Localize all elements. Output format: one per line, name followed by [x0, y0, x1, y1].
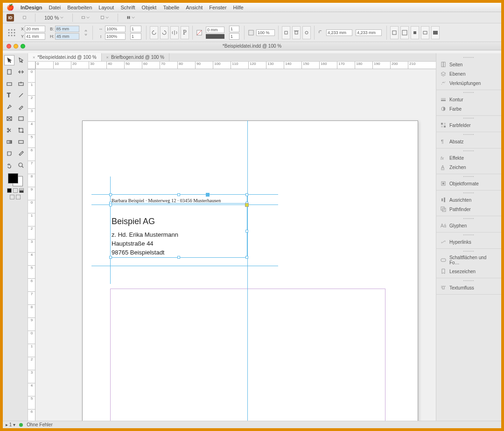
- flip-horizontal-button[interactable]: [170, 26, 179, 39]
- panel-textumfluss[interactable]: Textumfluss: [436, 283, 501, 292]
- type-tool[interactable]: T: [4, 90, 14, 100]
- tab-briefbogen[interactable]: ×Briefbogen.indd @ 100 %: [102, 53, 169, 61]
- panel-glyphen[interactable]: AáGlyphen: [436, 221, 501, 230]
- fill-frame-button[interactable]: [431, 26, 440, 39]
- rotate-ccw-button[interactable]: [150, 26, 158, 39]
- out-port-handle[interactable]: [245, 203, 249, 207]
- window-traffic-lights[interactable]: [7, 44, 25, 49]
- corner-options-icon[interactable]: [318, 29, 324, 36]
- panel-schaltfl-chen-und-fo-[interactable]: Schaltflächen und Fo…: [436, 254, 501, 267]
- panel-verkn-pfungen[interactable]: Verknüpfungen: [436, 78, 501, 88]
- panel-absatz[interactable]: ¶Absatz: [436, 137, 501, 146]
- app-name[interactable]: InDesign: [21, 5, 42, 10]
- close-tab-icon[interactable]: ×: [33, 55, 35, 60]
- selection-tool[interactable]: [4, 55, 14, 65]
- fill-stroke-swatch[interactable]: [7, 173, 24, 186]
- fill-swatch-icon[interactable]: [196, 29, 203, 36]
- menu-bearbeiten[interactable]: Bearbeiten: [67, 5, 92, 10]
- menu-tabelle[interactable]: Tabelle: [163, 5, 179, 10]
- menu-fenster[interactable]: Fenster: [209, 5, 226, 10]
- line-tool[interactable]: [16, 90, 26, 100]
- vertical-ruler[interactable]: 0123456789012345678901234567: [28, 69, 35, 421]
- fit-proportional-button[interactable]: [421, 26, 429, 39]
- ruler-origin[interactable]: [28, 62, 35, 69]
- screen-mode-dropdown[interactable]: [98, 14, 111, 21]
- text-wrap-shape-button[interactable]: [302, 26, 311, 39]
- tab-beispieldatei[interactable]: ×*Beispieldatei.indd @ 100 %: [28, 53, 102, 61]
- menu-layout[interactable]: Layout: [98, 5, 114, 10]
- direct-selection-tool[interactable]: [16, 55, 26, 65]
- page-number-field[interactable]: ▸ 1 ▾: [6, 422, 15, 427]
- panel-objektformate[interactable]: Objektformate: [436, 179, 501, 188]
- reference-point-handle[interactable]: [206, 193, 210, 197]
- close-window-icon[interactable]: [7, 44, 11, 49]
- panel-ausrichten[interactable]: Ausrichten: [436, 195, 501, 205]
- hand-tool[interactable]: [4, 160, 14, 170]
- guide-horizontal[interactable]: [91, 266, 278, 266]
- panel-lesezeichen[interactable]: Lesezeichen: [436, 267, 501, 276]
- bridge-button[interactable]: [21, 14, 28, 21]
- panel-hyperlinks[interactable]: Hyperlinks: [436, 237, 501, 247]
- panel-ebenen[interactable]: Ebenen: [436, 69, 501, 78]
- preflight-ok-icon[interactable]: [19, 423, 23, 427]
- guide-vertical[interactable]: [247, 120, 248, 421]
- view-options-dropdown[interactable]: [79, 14, 92, 21]
- menu-hilfe[interactable]: Hilfe: [233, 5, 244, 10]
- corner-radius-input[interactable]: 4,233 mm: [326, 29, 352, 36]
- canvas[interactable]: Barbara Beispiel · Musterweg 12 · 03456 …: [35, 69, 436, 421]
- width-input[interactable]: 85 mm: [55, 26, 79, 32]
- menu-schrift[interactable]: Schrift: [120, 5, 135, 10]
- rectangle-tool[interactable]: [16, 113, 26, 124]
- panel-pathfinder[interactable]: Pathfinder: [436, 205, 501, 214]
- view-mode-row[interactable]: [10, 195, 21, 199]
- apple-icon[interactable]: 🍎: [7, 4, 14, 11]
- menu-objekt[interactable]: Objekt: [142, 5, 157, 10]
- stroke-tint-input[interactable]: 1: [229, 33, 239, 40]
- zoom-window-icon[interactable]: [21, 44, 25, 49]
- panel-farbe[interactable]: Farbe: [436, 104, 501, 113]
- fit-frame-button[interactable]: [400, 26, 409, 39]
- rotate-cw-button[interactable]: [160, 26, 168, 39]
- zoom-tool[interactable]: [16, 160, 26, 170]
- stroke-opacity-input[interactable]: 1: [229, 26, 239, 32]
- y-position-input[interactable]: 41 mm: [25, 33, 45, 40]
- text-wrap-bbox-button[interactable]: [292, 26, 301, 39]
- gap-tool[interactable]: [16, 67, 26, 77]
- corner-radius-input-2[interactable]: 4,233 mm: [356, 29, 382, 36]
- note-tool[interactable]: [4, 148, 14, 159]
- paragraph-style-button[interactable]: P: [181, 26, 189, 39]
- panel-seiten[interactable]: Seiten: [436, 60, 501, 69]
- panel-farbfelder[interactable]: Farbfelder: [436, 120, 501, 130]
- menu-datei[interactable]: Datei: [49, 5, 61, 10]
- horizontal-ruler[interactable]: 0102030405060708090100110120130140150160…: [35, 62, 436, 69]
- apply-color-row[interactable]: [7, 188, 24, 193]
- stroke-style-dropdown[interactable]: [206, 34, 224, 39]
- fit-content-button[interactable]: [390, 26, 399, 39]
- scissors-tool[interactable]: [4, 125, 14, 135]
- constrain-proportions-icon[interactable]: [83, 29, 89, 36]
- close-tab-icon[interactable]: ×: [106, 55, 109, 60]
- pencil-tool[interactable]: [16, 102, 26, 112]
- panel-zeichen[interactable]: AZeichen: [436, 163, 501, 172]
- page-tool[interactable]: [4, 67, 14, 77]
- rotate-input[interactable]: 1: [130, 26, 141, 32]
- stroke-weight-input[interactable]: 0 mm: [206, 27, 224, 33]
- effects-fx-icon[interactable]: [248, 29, 254, 36]
- panel-effekte[interactable]: fxEffekte: [436, 153, 501, 163]
- content-placer-tool[interactable]: [16, 78, 26, 89]
- fx-opacity-input[interactable]: 100 %: [256, 29, 275, 36]
- shear-input[interactable]: 1: [130, 33, 141, 40]
- panel-kontur[interactable]: Kontur: [436, 95, 501, 104]
- arrange-documents-dropdown[interactable]: [125, 14, 137, 21]
- content-collector-tool[interactable]: [4, 78, 14, 89]
- scale-x-input[interactable]: 100%: [105, 26, 126, 32]
- height-input[interactable]: 45 mm: [55, 33, 79, 40]
- eyedropper-tool[interactable]: [16, 148, 26, 159]
- gradient-swatch-tool[interactable]: [4, 137, 14, 147]
- scale-y-input[interactable]: 100%: [105, 33, 126, 40]
- text-wrap-none-button[interactable]: [282, 26, 290, 39]
- free-transform-tool[interactable]: [16, 125, 26, 135]
- menu-ansicht[interactable]: Ansicht: [186, 5, 203, 10]
- pen-tool[interactable]: [4, 102, 14, 112]
- rectangle-frame-tool[interactable]: [4, 113, 14, 124]
